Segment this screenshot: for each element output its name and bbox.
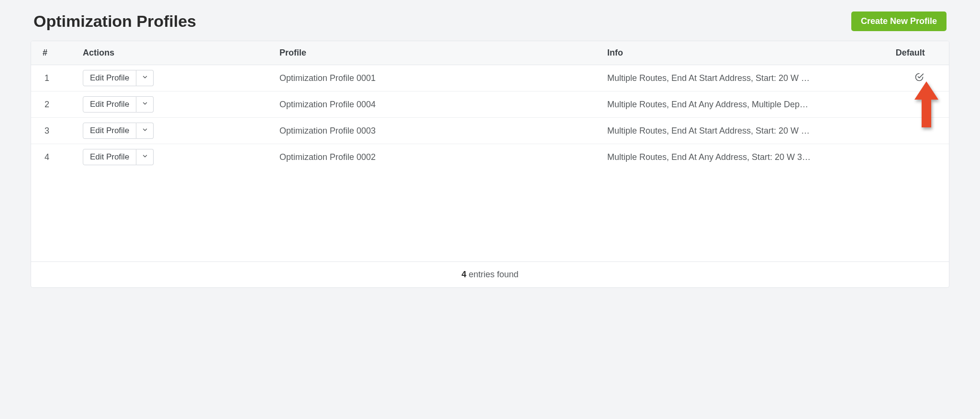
row-actions: Edit Profile xyxy=(77,118,274,144)
row-profile-name: Optimization Profile 0003 xyxy=(274,118,601,144)
entries-count-number: 4 xyxy=(461,270,466,279)
column-header-actions[interactable]: Actions xyxy=(77,41,274,65)
row-number: 2 xyxy=(31,91,77,118)
row-actions: Edit Profile xyxy=(77,65,274,91)
row-info: Multiple Routes, End At Any Address, Sta… xyxy=(601,144,890,170)
edit-profile-button[interactable]: Edit Profile xyxy=(83,96,136,113)
row-default xyxy=(890,144,949,170)
page-title: Optimization Profiles xyxy=(33,12,196,31)
row-info: Multiple Routes, End At Start Address, S… xyxy=(601,118,890,144)
column-header-profile[interactable]: Profile xyxy=(274,41,601,65)
table-row: 1Edit ProfileOptimization Profile 0001Mu… xyxy=(31,65,949,91)
row-profile-name: Optimization Profile 0004 xyxy=(274,91,601,118)
entries-count-label: entries found xyxy=(466,270,518,279)
row-default xyxy=(890,65,949,91)
edit-profile-button[interactable]: Edit Profile xyxy=(83,149,136,165)
table-row: 2Edit ProfileOptimization Profile 0004Mu… xyxy=(31,91,949,118)
create-new-profile-button[interactable]: Create New Profile xyxy=(851,11,947,31)
edit-profile-dropdown-toggle[interactable] xyxy=(136,123,154,139)
row-profile-name: Optimization Profile 0001 xyxy=(274,65,601,91)
edit-profile-dropdown-toggle[interactable] xyxy=(136,70,154,86)
table-row: 3Edit ProfileOptimization Profile 0003Mu… xyxy=(31,118,949,144)
row-profile-name: Optimization Profile 0002 xyxy=(274,144,601,170)
row-number: 1 xyxy=(31,65,77,91)
table-row: 4Edit ProfileOptimization Profile 0002Mu… xyxy=(31,144,949,170)
edit-profile-button[interactable]: Edit Profile xyxy=(83,123,136,139)
edit-profile-button[interactable]: Edit Profile xyxy=(83,70,136,86)
profiles-table: # Actions Profile Info Default 1Edit Pro… xyxy=(31,41,949,288)
check-circle-icon xyxy=(914,74,924,84)
row-info: Multiple Routes, End At Start Address, S… xyxy=(601,65,890,91)
row-actions: Edit Profile xyxy=(77,144,274,170)
chevron-down-icon xyxy=(142,100,148,109)
row-info: Multiple Routes, End At Any Address, Mul… xyxy=(601,91,890,118)
edit-profile-dropdown-toggle[interactable] xyxy=(136,149,154,165)
row-number: 4 xyxy=(31,144,77,170)
chevron-down-icon xyxy=(142,126,148,136)
row-actions: Edit Profile xyxy=(77,91,274,118)
column-header-number[interactable]: # xyxy=(31,41,77,65)
edit-profile-dropdown-toggle[interactable] xyxy=(136,96,154,113)
row-default xyxy=(890,118,949,144)
row-number: 3 xyxy=(31,118,77,144)
chevron-down-icon xyxy=(142,73,148,83)
column-header-info[interactable]: Info xyxy=(601,41,890,65)
entries-count: 4 entries found xyxy=(31,261,949,287)
row-default xyxy=(890,91,949,118)
chevron-down-icon xyxy=(142,152,148,162)
column-header-default[interactable]: Default xyxy=(890,41,949,65)
